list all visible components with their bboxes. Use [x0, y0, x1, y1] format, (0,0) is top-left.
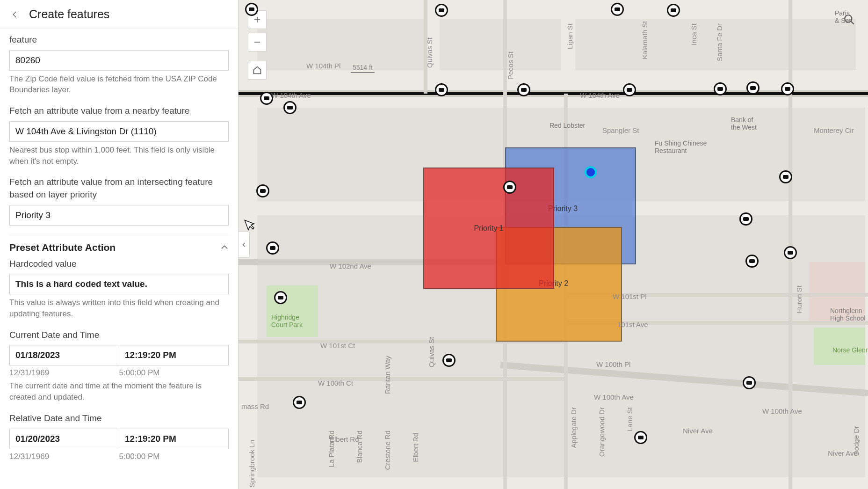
- bus-stop-marker[interactable]: [745, 255, 759, 268]
- chevron-up-icon: [220, 243, 229, 252]
- bus-stop-marker[interactable]: [266, 241, 279, 255]
- bus-stop-marker[interactable]: [746, 81, 760, 95]
- bus-stop-marker[interactable]: [293, 396, 306, 409]
- bus-stop-marker[interactable]: [503, 181, 516, 194]
- field-relative-date-input[interactable]: [9, 429, 119, 449]
- bus-stop-marker[interactable]: [714, 82, 727, 95]
- field-relative-dt: Relative Date and Time 12/31/1969 5:00:0…: [9, 412, 229, 461]
- svg-rect-7: [814, 328, 865, 365]
- svg-point-21: [845, 15, 852, 22]
- overlay-priority-1[interactable]: Priority 1: [423, 168, 554, 289]
- bus-stop-marker[interactable]: [779, 170, 792, 183]
- bus-stop-marker[interactable]: [274, 291, 287, 304]
- field-hardcoded-input[interactable]: [9, 274, 229, 294]
- panel-body[interactable]: feature The Zip Code field value is fetc…: [0, 29, 238, 489]
- preset-section-title: Preset Attribute Action: [9, 242, 116, 253]
- field-current-time-input[interactable]: [119, 345, 229, 365]
- field-zip: feature The Zip Code field value is fetc…: [9, 34, 229, 95]
- minus-icon: [253, 38, 261, 46]
- field-zip-helper: The Zip Code field value is fetched from…: [9, 73, 229, 96]
- panel-header: Create features: [0, 0, 238, 29]
- field-current-time-hint: 5:00:00 PM: [119, 368, 229, 378]
- bus-stop-marker[interactable]: [435, 83, 448, 96]
- preset-section-header[interactable]: Preset Attribute Action: [9, 235, 229, 258]
- field-zip-input[interactable]: [9, 50, 229, 71]
- bus-stop-marker[interactable]: [781, 82, 794, 95]
- bus-stop-marker[interactable]: [283, 101, 297, 114]
- bus-stop-marker[interactable]: [667, 4, 680, 17]
- overlay-priority-1-label: Priority 1: [474, 224, 503, 233]
- bus-stop-marker[interactable]: [435, 4, 448, 17]
- field-hardcoded: Hardcoded value This value is always wri…: [9, 258, 229, 320]
- field-current-dt-helper: The current date and time at the moment …: [9, 380, 229, 403]
- back-button[interactable]: [9, 9, 21, 20]
- field-relative-date-hint: 12/31/1969: [9, 452, 119, 461]
- bus-stop-marker[interactable]: [634, 431, 647, 444]
- plus-icon: [253, 15, 261, 24]
- bus-stop-marker[interactable]: [623, 83, 636, 96]
- home-icon: [253, 66, 262, 75]
- field-current-date-input[interactable]: [9, 345, 119, 365]
- field-nearby-input[interactable]: [9, 121, 229, 142]
- field-hardcoded-label: Hardcoded value: [9, 258, 229, 270]
- field-nearby: Fetch an attribute value from a nearby f…: [9, 105, 229, 167]
- bus-stop-marker[interactable]: [442, 354, 456, 367]
- map-canvas[interactable]: 5514 ft Priority 3 Priority 2 Priority 1…: [239, 0, 868, 489]
- svg-rect-8: [809, 262, 865, 323]
- field-relative-time-hint: 5:00:00 PM: [119, 452, 229, 461]
- field-priority-input[interactable]: [9, 205, 229, 226]
- create-features-panel: Create features feature The Zip Code fie…: [0, 0, 239, 489]
- panel-title: Create features: [29, 7, 109, 21]
- chevron-left-icon: [241, 241, 247, 248]
- field-zip-label: feature: [9, 34, 229, 46]
- field-nearby-helper: Nearest bus stop within 1,000 feet. This…: [9, 145, 229, 167]
- svg-rect-3: [575, 19, 856, 70]
- zoom-out-button[interactable]: [248, 33, 267, 51]
- bus-stop-marker[interactable]: [743, 376, 756, 389]
- scalebar: 5514 ft: [351, 64, 375, 73]
- field-priority-label: Fetch an attribute value from an interse…: [9, 176, 229, 201]
- field-relative-time-input[interactable]: [119, 429, 229, 449]
- field-current-dt-label: Current Date and Time: [9, 329, 229, 342]
- field-priority: Fetch an attribute value from an interse…: [9, 176, 229, 225]
- field-current-date-hint: 12/31/1969: [9, 368, 119, 378]
- home-button[interactable]: [248, 61, 267, 80]
- bus-stop-marker[interactable]: [784, 246, 797, 259]
- field-current-dt: Current Date and Time 12/31/1969 5:00:00…: [9, 329, 229, 403]
- field-relative-dt-label: Relative Date and Time: [9, 412, 229, 425]
- bus-stop-marker[interactable]: [739, 212, 752, 226]
- field-nearby-label: Fetch an attribute value from a nearby f…: [9, 105, 229, 117]
- chevron-left-icon: [11, 10, 19, 19]
- bus-stop-marker[interactable]: [256, 184, 269, 197]
- search-icon: [843, 14, 855, 26]
- svg-rect-6: [267, 285, 318, 337]
- search-button[interactable]: [840, 10, 859, 29]
- bus-stop-marker[interactable]: [611, 3, 624, 16]
- current-location-dot: [585, 166, 597, 178]
- bus-stop-marker[interactable]: [517, 83, 530, 96]
- bus-stop-marker[interactable]: [260, 92, 273, 105]
- bus-stop-marker[interactable]: [245, 3, 258, 16]
- svg-rect-2: [440, 19, 561, 70]
- field-hardcoded-helper: This value is always written into this f…: [9, 297, 229, 320]
- panel-collapse-handle[interactable]: [239, 232, 250, 258]
- svg-line-22: [851, 21, 854, 24]
- svg-rect-1: [257, 19, 426, 70]
